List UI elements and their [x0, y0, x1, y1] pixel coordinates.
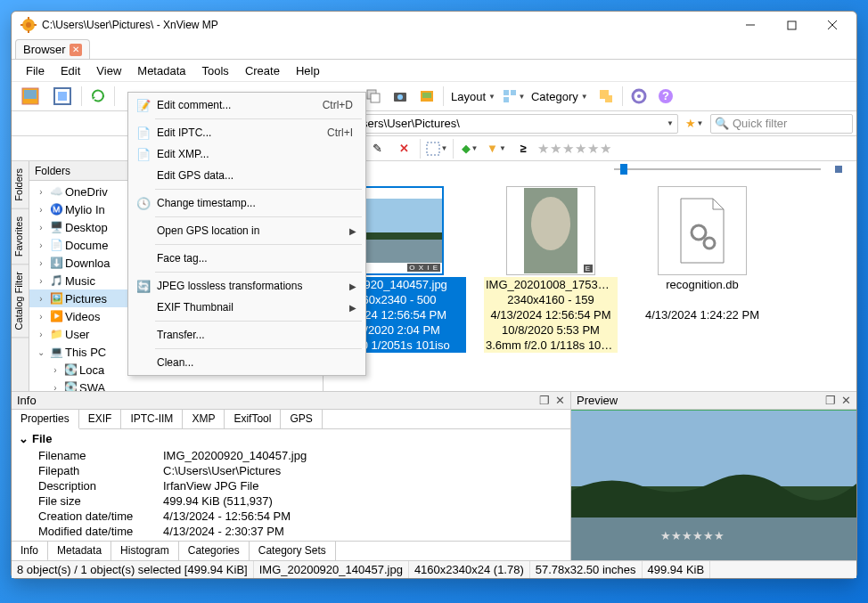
tree-label: User — [65, 328, 89, 341]
bottom-tab-categories[interactable]: Categories — [179, 542, 250, 560]
info-tab-iptc-iim[interactable]: IPTC-IIM — [121, 410, 183, 428]
close-icon[interactable]: ✕ — [555, 394, 565, 407]
rating-stars[interactable]: ★★★★★★ — [537, 141, 611, 157]
prop-value: IrfanView JPG File — [163, 479, 258, 493]
menu-edit-gps[interactable]: Edit GPS data... — [130, 165, 364, 186]
tag-button[interactable] — [594, 84, 618, 109]
delete-button[interactable]: ✕ — [391, 136, 416, 161]
menu-create[interactable]: Create — [238, 62, 287, 79]
menu-face-tag[interactable]: Face tag... — [130, 248, 364, 269]
menu-transfer[interactable]: Transfer... — [130, 324, 364, 346]
tree-label: Loca — [79, 363, 104, 377]
path-text: sers\User\Pictures\ — [362, 117, 460, 130]
menu-tools[interactable]: Tools — [195, 62, 236, 79]
menu-open-gps[interactable]: Open GPS location in▶ — [130, 220, 364, 241]
property-row: FilenameIMG_20200920_140457.jpg — [12, 448, 570, 463]
tree-label: This PC — [65, 346, 106, 359]
category-dropdown[interactable]: Category▼ — [528, 90, 592, 103]
info-tab-properties[interactable]: Properties — [12, 410, 79, 429]
svg-text:★★★★★★: ★★★★★★ — [660, 529, 725, 542]
bottom-tab-histogram[interactable]: Histogram — [111, 542, 179, 560]
prop-group[interactable]: ⌄File — [12, 429, 570, 448]
prop-key: File size — [38, 494, 163, 508]
cloud-icon: ☁️ — [49, 184, 63, 199]
tab-close-icon[interactable]: ✕ — [70, 44, 82, 56]
settings-button[interactable] — [626, 84, 651, 109]
menu-clean[interactable]: Clean... — [130, 352, 364, 373]
bottom-tabs: InfoMetadataHistogramCategoriesCategory … — [12, 541, 570, 560]
close-icon[interactable]: ✕ — [841, 394, 851, 407]
chevron-down-icon[interactable]: ▼ — [667, 119, 674, 127]
pc-icon: 💻 — [49, 345, 63, 359]
side-tab-folders[interactable]: Folders — [12, 161, 29, 209]
quick-filter-input[interactable]: 🔍 Quick filter — [710, 114, 853, 134]
tab-browser[interactable]: Browser ✕ — [15, 39, 90, 59]
dl-icon: ⬇️ — [49, 256, 63, 270]
xmp-icon: 📄 — [134, 148, 153, 161]
layout-dropdown[interactable]: Layout▼ — [447, 90, 499, 103]
thumb-line — [635, 292, 769, 307]
edit-button[interactable]: ✎ — [364, 136, 389, 161]
menu-help[interactable]: Help — [289, 62, 327, 79]
star-icon[interactable]: ★ — [537, 141, 549, 157]
fullscreen-button[interactable] — [47, 84, 78, 109]
favorites-button[interactable]: ★▼ — [682, 111, 707, 136]
svg-point-26 — [637, 94, 641, 98]
side-tab-favorites[interactable]: Favorites — [12, 209, 29, 265]
menu-file[interactable]: File — [19, 62, 52, 79]
filter-button[interactable]: ▼▼ — [484, 136, 509, 161]
tree-label: OneDriv — [65, 185, 108, 199]
help-button[interactable]: ? — [653, 84, 678, 109]
svg-rect-5 — [34, 24, 37, 26]
menu-change-timestamp[interactable]: 🕓Change timestamp... — [130, 192, 364, 214]
vid-icon: ▶️ — [49, 309, 63, 323]
sort-button[interactable]: ◆▼ — [457, 136, 482, 161]
info-panel: Info ❐✕ PropertiesEXIFIPTC-IIMXMPExifToo… — [12, 392, 571, 560]
info-tab-gps[interactable]: GPS — [281, 410, 322, 428]
slideshow-button[interactable] — [414, 84, 439, 109]
thumbnail-grid[interactable]: O X I E20920_140457.jpg60x2340 - 5002024… — [323, 177, 856, 391]
info-tab-exiftool[interactable]: ExifTool — [225, 410, 281, 428]
app-logo-icon — [20, 17, 37, 33]
slider-thumb[interactable] — [620, 164, 627, 175]
svg-rect-20 — [504, 90, 509, 95]
undock-icon[interactable]: ❐ — [539, 394, 550, 407]
menu-metadata[interactable]: Metadata — [130, 62, 192, 79]
close-button[interactable] — [812, 12, 853, 38]
compare-button[interactable]: ≥ — [511, 136, 536, 161]
path-input[interactable]: 📁 sers\User\Pictures\ ▼ — [340, 114, 678, 134]
iptc-icon: 📄 — [134, 126, 153, 140]
bottom-tab-category-sets[interactable]: Category Sets — [250, 542, 336, 560]
view-options-button[interactable]: ▼ — [501, 84, 526, 109]
menu-edit-comment[interactable]: 📝Edit comment...Ctrl+D — [130, 94, 364, 116]
side-tab-catalog[interactable]: Catalog Filter — [12, 265, 29, 338]
camera-button[interactable] — [388, 84, 413, 109]
minimize-button[interactable] — [730, 12, 771, 38]
view-mode-button[interactable] — [15, 84, 45, 109]
preview-image[interactable]: ★★★★★★ — [571, 410, 856, 560]
info-tab-exif[interactable]: EXIF — [79, 410, 122, 428]
thumbnail-panel: O X I E20920_140457.jpg60x2340 - 5002024… — [323, 161, 856, 391]
menu-edit-iptc[interactable]: 📄Edit IPTC...Ctrl+I — [130, 122, 364, 143]
menu-jpeg-transforms[interactable]: 🔄JPEG lossless transformations▶ — [130, 275, 364, 297]
prop-key: Filepath — [38, 464, 163, 477]
thumb-size-slider[interactable] — [323, 161, 856, 177]
menu-view[interactable]: View — [89, 62, 128, 79]
thumbnail-card[interactable]: recognition.db 4/13/2024 1:24:22 PM — [635, 186, 769, 382]
undock-icon[interactable]: ❐ — [825, 394, 836, 407]
menu-edit-xmp[interactable]: 📄Edit XMP... — [130, 143, 364, 165]
thumb-line: 2340x4160 - 159 — [484, 292, 618, 307]
svg-rect-4 — [20, 24, 23, 26]
maximize-button[interactable] — [771, 12, 812, 38]
property-row: DescriptionIrfanView JPG File — [12, 478, 570, 493]
refresh-button[interactable] — [86, 84, 111, 109]
bottom-tab-metadata[interactable]: Metadata — [48, 542, 111, 560]
menu-edit[interactable]: Edit — [53, 62, 87, 79]
property-row: Modified date/time4/13/2024 - 2:30:37 PM — [12, 524, 570, 539]
thumbnail-card[interactable]: EIMG_20201008_175340.jpg2340x4160 - 1594… — [484, 186, 618, 382]
bottom-tab-info[interactable]: Info — [12, 542, 48, 561]
select-button[interactable]: ▼ — [424, 136, 449, 161]
menu-exif-thumbnail[interactable]: EXIF Thumbnail▶ — [130, 297, 364, 318]
info-tab-xmp[interactable]: XMP — [183, 410, 225, 428]
tree-item[interactable]: ›💽SWA — [29, 379, 323, 391]
